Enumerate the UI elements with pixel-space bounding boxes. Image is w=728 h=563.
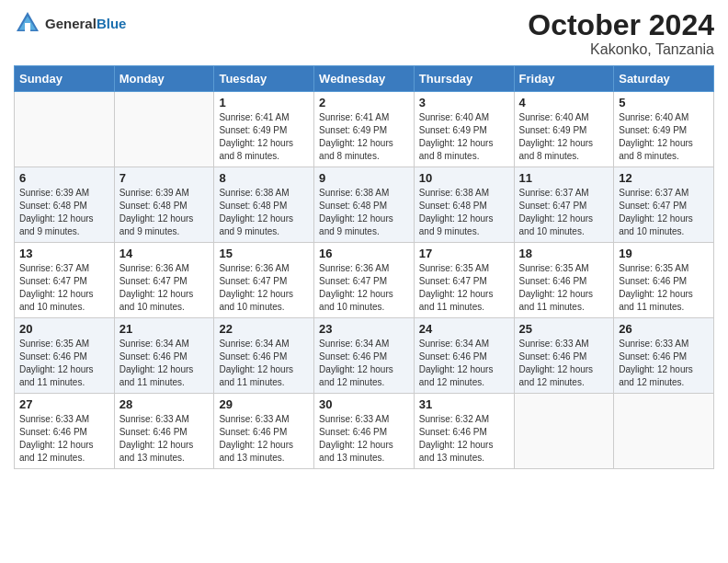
calendar-cell: 26Sunrise: 6:33 AMSunset: 6:46 PMDayligh… <box>614 318 714 394</box>
calendar-cell: 11Sunrise: 6:37 AMSunset: 6:47 PMDayligh… <box>514 167 614 243</box>
day-number: 16 <box>319 247 409 260</box>
day-number: 28 <box>119 397 210 411</box>
dow-header-friday: Friday <box>514 66 614 92</box>
calendar-cell: 1Sunrise: 6:41 AMSunset: 6:49 PMDaylight… <box>214 92 314 167</box>
day-number: 4 <box>519 96 609 109</box>
day-number: 26 <box>619 322 709 336</box>
day-info: Sunrise: 6:35 AMSunset: 6:46 PMDaylight:… <box>619 262 709 314</box>
day-number: 19 <box>619 247 709 260</box>
day-number: 9 <box>319 171 409 185</box>
day-number: 13 <box>19 247 109 260</box>
day-info: Sunrise: 6:36 AMSunset: 6:47 PMDaylight:… <box>119 262 210 314</box>
calendar-cell: 8Sunrise: 6:38 AMSunset: 6:48 PMDaylight… <box>214 167 314 243</box>
svg-rect-2 <box>25 23 30 31</box>
calendar-cell: 21Sunrise: 6:34 AMSunset: 6:46 PMDayligh… <box>114 318 214 394</box>
title-area: October 2024 Kakonko, Tanzania <box>528 9 714 58</box>
day-number: 25 <box>519 322 609 336</box>
day-number: 27 <box>19 397 109 411</box>
dow-header-wednesday: Wednesday <box>314 66 415 92</box>
logo-blue: Blue <box>97 16 127 31</box>
day-number: 6 <box>19 171 109 185</box>
day-info: Sunrise: 6:33 AMSunset: 6:46 PMDaylight:… <box>619 338 709 389</box>
calendar-cell: 17Sunrise: 6:35 AMSunset: 6:47 PMDayligh… <box>414 243 514 318</box>
calendar-subtitle: Kakonko, Tanzania <box>528 41 714 58</box>
calendar-cell: 4Sunrise: 6:40 AMSunset: 6:49 PMDaylight… <box>514 92 614 167</box>
calendar-cell: 25Sunrise: 6:33 AMSunset: 6:46 PMDayligh… <box>514 318 614 394</box>
day-info: Sunrise: 6:33 AMSunset: 6:46 PMDaylight:… <box>319 413 409 465</box>
day-info: Sunrise: 6:33 AMSunset: 6:46 PMDaylight:… <box>19 413 109 465</box>
day-number: 11 <box>519 171 609 185</box>
day-info: Sunrise: 6:38 AMSunset: 6:48 PMDaylight:… <box>219 187 309 238</box>
day-number: 2 <box>319 96 409 109</box>
logo-text: GeneralBlue <box>45 16 126 31</box>
calendar-cell: 18Sunrise: 6:35 AMSunset: 6:46 PMDayligh… <box>514 243 614 318</box>
day-info: Sunrise: 6:39 AMSunset: 6:48 PMDaylight:… <box>19 187 109 238</box>
calendar-cell: 7Sunrise: 6:39 AMSunset: 6:48 PMDaylight… <box>114 167 214 243</box>
calendar-cell: 12Sunrise: 6:37 AMSunset: 6:47 PMDayligh… <box>614 167 714 243</box>
day-number: 18 <box>519 247 609 260</box>
day-number: 7 <box>119 171 210 185</box>
dow-header-tuesday: Tuesday <box>214 66 314 92</box>
day-number: 10 <box>419 171 509 185</box>
day-info: Sunrise: 6:39 AMSunset: 6:48 PMDaylight:… <box>119 187 210 238</box>
calendar-header-row: SundayMondayTuesdayWednesdayThursdayFrid… <box>15 66 714 92</box>
calendar-cell: 16Sunrise: 6:36 AMSunset: 6:47 PMDayligh… <box>314 243 415 318</box>
calendar-cell: 29Sunrise: 6:33 AMSunset: 6:46 PMDayligh… <box>214 394 314 469</box>
calendar-title: October 2024 <box>528 9 714 41</box>
dow-header-sunday: Sunday <box>15 66 115 92</box>
calendar-cell: 19Sunrise: 6:35 AMSunset: 6:46 PMDayligh… <box>614 243 714 318</box>
calendar-cell: 22Sunrise: 6:34 AMSunset: 6:46 PMDayligh… <box>214 318 314 394</box>
calendar-cell <box>614 394 714 469</box>
day-number: 31 <box>419 397 509 411</box>
day-info: Sunrise: 6:36 AMSunset: 6:47 PMDaylight:… <box>219 262 309 314</box>
calendar-cell: 20Sunrise: 6:35 AMSunset: 6:46 PMDayligh… <box>15 318 115 394</box>
day-info: Sunrise: 6:41 AMSunset: 6:49 PMDaylight:… <box>219 111 309 163</box>
calendar-week-row: 1Sunrise: 6:41 AMSunset: 6:49 PMDaylight… <box>15 92 714 167</box>
day-number: 21 <box>119 322 210 336</box>
calendar-cell: 27Sunrise: 6:33 AMSunset: 6:46 PMDayligh… <box>15 394 115 469</box>
day-info: Sunrise: 6:33 AMSunset: 6:46 PMDaylight:… <box>219 413 309 465</box>
calendar-cell: 28Sunrise: 6:33 AMSunset: 6:46 PMDayligh… <box>114 394 214 469</box>
calendar-cell: 2Sunrise: 6:41 AMSunset: 6:49 PMDaylight… <box>314 92 415 167</box>
logo-area: GeneralBlue <box>14 9 126 37</box>
day-info: Sunrise: 6:36 AMSunset: 6:47 PMDaylight:… <box>319 262 409 314</box>
day-info: Sunrise: 6:35 AMSunset: 6:46 PMDaylight:… <box>519 262 609 314</box>
day-number: 24 <box>419 322 509 336</box>
calendar-cell: 6Sunrise: 6:39 AMSunset: 6:48 PMDaylight… <box>15 167 115 243</box>
day-info: Sunrise: 6:38 AMSunset: 6:48 PMDaylight:… <box>319 187 409 238</box>
day-info: Sunrise: 6:37 AMSunset: 6:47 PMDaylight:… <box>19 262 109 314</box>
day-number: 23 <box>319 322 409 336</box>
calendar-cell: 14Sunrise: 6:36 AMSunset: 6:47 PMDayligh… <box>114 243 214 318</box>
calendar-cell: 30Sunrise: 6:33 AMSunset: 6:46 PMDayligh… <box>314 394 415 469</box>
calendar-cell: 9Sunrise: 6:38 AMSunset: 6:48 PMDaylight… <box>314 167 415 243</box>
day-info: Sunrise: 6:41 AMSunset: 6:49 PMDaylight:… <box>319 111 409 163</box>
calendar-cell: 15Sunrise: 6:36 AMSunset: 6:47 PMDayligh… <box>214 243 314 318</box>
calendar-cell: 10Sunrise: 6:38 AMSunset: 6:48 PMDayligh… <box>414 167 514 243</box>
day-number: 3 <box>419 96 509 109</box>
calendar-table: SundayMondayTuesdayWednesdayThursdayFrid… <box>14 65 714 469</box>
day-info: Sunrise: 6:40 AMSunset: 6:49 PMDaylight:… <box>419 111 509 163</box>
dow-header-saturday: Saturday <box>614 66 714 92</box>
day-info: Sunrise: 6:33 AMSunset: 6:46 PMDaylight:… <box>519 338 609 389</box>
dow-header-thursday: Thursday <box>414 66 514 92</box>
day-info: Sunrise: 6:38 AMSunset: 6:48 PMDaylight:… <box>419 187 509 238</box>
day-info: Sunrise: 6:40 AMSunset: 6:49 PMDaylight:… <box>619 111 709 163</box>
logo-icon <box>14 9 41 37</box>
page-header: GeneralBlue October 2024 Kakonko, Tanzan… <box>14 9 714 58</box>
calendar-cell <box>514 394 614 469</box>
day-number: 15 <box>219 247 309 260</box>
day-info: Sunrise: 6:34 AMSunset: 6:46 PMDaylight:… <box>219 338 309 389</box>
day-number: 14 <box>119 247 210 260</box>
calendar-cell: 5Sunrise: 6:40 AMSunset: 6:49 PMDaylight… <box>614 92 714 167</box>
day-number: 1 <box>219 96 309 109</box>
day-info: Sunrise: 6:37 AMSunset: 6:47 PMDaylight:… <box>619 187 709 238</box>
calendar-cell: 3Sunrise: 6:40 AMSunset: 6:49 PMDaylight… <box>414 92 514 167</box>
calendar-cell <box>114 92 214 167</box>
day-info: Sunrise: 6:37 AMSunset: 6:47 PMDaylight:… <box>519 187 609 238</box>
day-number: 8 <box>219 171 309 185</box>
day-info: Sunrise: 6:32 AMSunset: 6:46 PMDaylight:… <box>419 413 509 465</box>
calendar-cell: 24Sunrise: 6:34 AMSunset: 6:46 PMDayligh… <box>414 318 514 394</box>
day-info: Sunrise: 6:33 AMSunset: 6:46 PMDaylight:… <box>119 413 210 465</box>
day-info: Sunrise: 6:34 AMSunset: 6:46 PMDaylight:… <box>319 338 409 389</box>
calendar-week-row: 20Sunrise: 6:35 AMSunset: 6:46 PMDayligh… <box>15 318 714 394</box>
